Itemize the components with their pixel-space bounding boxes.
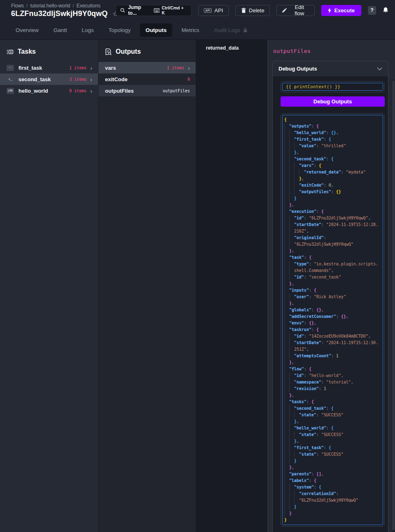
log-task-icon: LOG [7, 88, 14, 94]
execute-button[interactable]: Execute [321, 5, 361, 16]
expression-editor-value[interactable]: {{ printContext() }} [286, 84, 379, 89]
breadcrumb-executions[interactable]: Executions [76, 3, 100, 9]
search-shortcut-label: Ctrl/Cmd + K [162, 5, 187, 15]
tab-outputs[interactable]: Outputs [140, 23, 173, 37]
chevron-right-icon: › [90, 88, 92, 94]
breadcrumb-separator: / [26, 3, 27, 9]
help-button-label: ? [370, 7, 373, 13]
output-row-vars[interactable]: vars 1 items › [98, 62, 196, 73]
chevron-right-icon: › [90, 76, 92, 82]
task-row-hello-world[interactable]: LOG hello_world 0 items › [0, 85, 98, 96]
tab-gantt[interactable]: Gantt [48, 23, 73, 37]
expression-editor[interactable]: {{ printContext() }} [281, 81, 385, 92]
debug-result-box: {"outputs": {"hello_world": {},"first_ta… [281, 113, 385, 527]
chevron-right-icon: › [90, 65, 92, 71]
jump-to-search[interactable]: Jump to... Ctrl/Cmd + K [116, 5, 192, 16]
page-title: 6LZFnu32dljSwkjH9Y0qwQ [11, 9, 107, 18]
output-detail-panel: outputFiles Debug Outputs {{ printContex… [267, 40, 395, 532]
chevron-down-icon [377, 67, 382, 71]
vars-children-panel: returned_data [196, 40, 267, 532]
output-value: 0 [187, 77, 190, 82]
outputs-panel-title: Outputs [116, 48, 141, 55]
tasks-panel: Tasks ·· first_task 1 items › >_ second_… [0, 40, 98, 532]
api-icon: API [204, 8, 211, 13]
lock-icon [243, 28, 247, 32]
api-button-label: API [215, 7, 223, 14]
output-row-outputfiles[interactable]: outputFiles outputFiles [98, 85, 196, 96]
debug-outputs-section: Debug Outputs {{ printContext() }} Debug… [272, 61, 388, 532]
execution-tabs: Overview Gantt Logs Topology Outputs Met… [0, 21, 395, 40]
debug-outputs-header[interactable]: Debug Outputs [273, 61, 388, 76]
delete-button[interactable]: Delete [235, 5, 270, 16]
bell-icon[interactable] [383, 7, 388, 14]
output-value: outputFiles [163, 89, 190, 93]
api-button[interactable]: API API [198, 5, 228, 16]
debug-json[interactable]: {"outputs": {"hello_world": {},"first_ta… [284, 116, 381, 523]
tab-logs[interactable]: Logs [76, 23, 99, 37]
return-task-icon: ·· [7, 65, 14, 71]
task-row-second-task[interactable]: >_ second_task 3 items › [0, 73, 98, 85]
task-count-badge: 0 items [69, 89, 87, 93]
task-list-icon [7, 48, 14, 55]
tab-metrics[interactable]: Metrics [176, 23, 205, 37]
breadcrumb-flow-id[interactable]: tutorial.hello-world [30, 3, 70, 9]
edit-flow-button-label: Edit flow [290, 4, 309, 16]
page-scrollbar[interactable] [392, 80, 395, 532]
chevron-right-icon: › [188, 65, 190, 71]
tab-overview[interactable]: Overview [10, 23, 44, 37]
var-item-returned-data[interactable]: returned_data [196, 40, 267, 51]
tab-topology[interactable]: Topology [103, 23, 137, 37]
breadcrumb-separator: / [73, 3, 74, 9]
task-count-badge: 3 items [69, 77, 87, 82]
search-placeholder: Jump to... [128, 5, 151, 16]
lightning-icon [328, 8, 331, 13]
edit-flow-button[interactable]: Edit flow [276, 5, 315, 16]
file-search-icon [105, 48, 112, 55]
tab-audit-logs[interactable]: Audit Logs [208, 23, 253, 37]
pencil-icon [282, 8, 287, 13]
output-row-exitcode[interactable]: exitCode 0 [98, 73, 196, 85]
delete-button-label: Delete [249, 7, 265, 14]
breadcrumb-flows[interactable]: Flows [11, 3, 24, 9]
trash-icon [241, 8, 246, 13]
help-button[interactable]: ? [368, 6, 376, 15]
top-bar: Flows / tutorial.hello-world / Execution… [0, 0, 395, 21]
breadcrumb: Flows / tutorial.hello-world / Execution… [11, 3, 116, 9]
task-count-badge: 1 items [69, 66, 87, 70]
search-icon [120, 8, 125, 13]
detail-title: outputFiles [272, 44, 388, 61]
shell-task-icon: >_ [7, 76, 14, 82]
execute-button-label: Execute [334, 7, 355, 14]
outputs-panel: Outputs vars 1 items › exitCode 0 output… [98, 40, 196, 532]
output-count-badge: 1 items [167, 66, 184, 70]
scrollbar-thumb[interactable] [392, 80, 395, 530]
keyboard-icon [154, 8, 160, 13]
debug-outputs-button[interactable]: Debug Outputs [281, 96, 385, 107]
tasks-panel-title: Tasks [18, 48, 36, 55]
task-row-first-task[interactable]: ·· first_task 1 items › [0, 62, 98, 73]
